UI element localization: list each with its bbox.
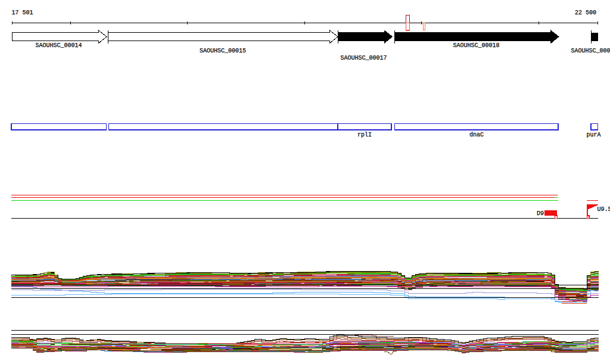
- svg-text:D9: D9: [537, 210, 544, 217]
- svg-text:SAOUHSC_00018: SAOUHSC_00018: [453, 42, 500, 49]
- svg-text:rplI: rplI: [357, 132, 372, 138]
- svg-text:purA: purA: [587, 132, 601, 138]
- svg-text:SAOUHSC_00015: SAOUHSC_00015: [200, 48, 246, 54]
- svg-text:22 500: 22 500: [575, 10, 596, 16]
- svg-text:SAOUHSC_00014: SAOUHSC_00014: [36, 42, 82, 49]
- svg-text:17 501: 17 501: [12, 10, 33, 16]
- svg-text:SAOUHSC_00017: SAOUHSC_00017: [341, 55, 387, 61]
- svg-text:U9.S: U9.S: [597, 206, 610, 213]
- svg-text:dnaC: dnaC: [469, 132, 484, 138]
- svg-text:SAOUHSC_00019: SAOUHSC_00019: [571, 48, 610, 54]
